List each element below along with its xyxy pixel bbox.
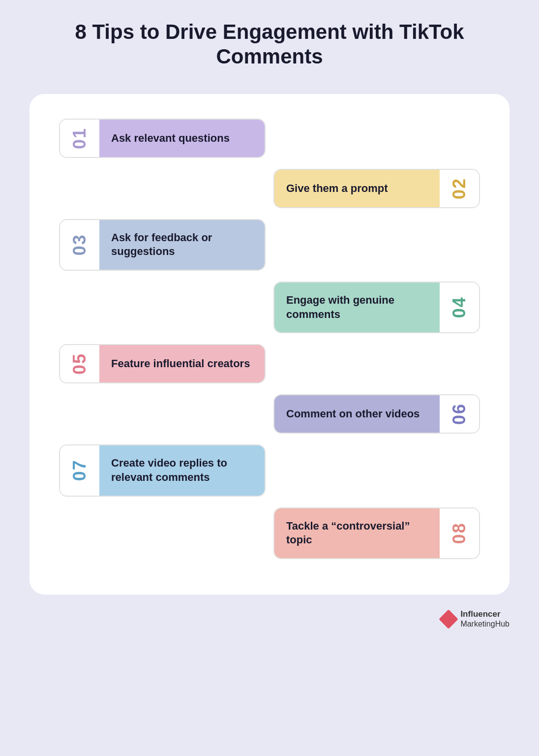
tip-row-07: 07 Create video replies to relevant comm… bbox=[59, 444, 480, 496]
tip-label-06: Comment on other videos bbox=[274, 395, 440, 433]
tip-num-01: 01 bbox=[60, 120, 99, 157]
tip-label-03: Ask for feedback or suggestions bbox=[99, 220, 265, 270]
tip-row-03: 03 Ask for feedback or suggestions bbox=[59, 219, 480, 271]
tip-num-02: 02 bbox=[440, 170, 479, 207]
page-title: 8 Tips to Drive Engagement with TikTok C… bbox=[30, 20, 509, 69]
tip-label-05: Feature influential creators bbox=[99, 345, 265, 382]
tip-label-07: Create video replies to relevant comment… bbox=[99, 445, 265, 495]
brand-text: Influencer MarketingHub bbox=[460, 609, 509, 629]
tip-row-02: Give them a prompt 02 bbox=[59, 169, 480, 208]
tip-wrapper-03: 03 Ask for feedback or suggestions bbox=[59, 219, 266, 271]
tip-wrapper-06: Comment on other videos 06 bbox=[273, 394, 480, 434]
tip-wrapper-05: 05 Feature influential creators bbox=[59, 344, 266, 383]
tip-wrapper-04: Engage with genuine comments 04 bbox=[273, 282, 480, 333]
tip-label-01: Ask relevant questions bbox=[99, 120, 265, 157]
tip-row-05: 05 Feature influential creators bbox=[59, 344, 480, 383]
brand-area: Influencer MarketingHub bbox=[30, 609, 509, 629]
tip-num-04: 04 bbox=[440, 283, 479, 332]
tip-wrapper-02: Give them a prompt 02 bbox=[273, 169, 480, 208]
tip-num-05: 05 bbox=[60, 345, 99, 382]
tip-label-08: Tackle a “controversial” topic bbox=[274, 508, 440, 558]
tip-label-04: Engage with genuine comments bbox=[274, 283, 440, 332]
tip-row-06: Comment on other videos 06 bbox=[59, 394, 480, 434]
tip-num-07: 07 bbox=[60, 445, 99, 495]
tip-wrapper-08: Tackle a “controversial” topic 08 bbox=[273, 507, 480, 559]
tip-wrapper-07: 07 Create video replies to relevant comm… bbox=[59, 444, 266, 496]
tip-num-03: 03 bbox=[60, 220, 99, 270]
tip-row-08: Tackle a “controversial” topic 08 bbox=[59, 507, 480, 559]
tip-label-02: Give them a prompt bbox=[274, 170, 440, 207]
tip-num-06: 06 bbox=[440, 395, 479, 433]
brand-diamond-icon bbox=[439, 609, 459, 629]
tip-num-08: 08 bbox=[440, 508, 479, 558]
tip-row-04: Engage with genuine comments 04 bbox=[59, 282, 480, 333]
tip-wrapper-01: 01 Ask relevant questions bbox=[59, 119, 266, 158]
tip-row-01: 01 Ask relevant questions bbox=[59, 119, 480, 158]
tips-card: 01 Ask relevant questions Give them a pr… bbox=[30, 94, 509, 595]
